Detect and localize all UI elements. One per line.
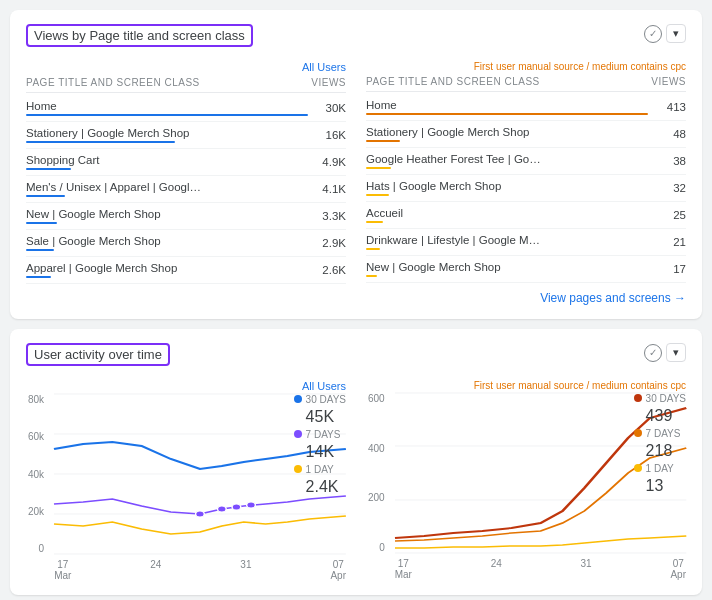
check-icon: ✓ (644, 25, 662, 43)
views-by-page-card: Views by Page title and screen class ✓ ▾… (10, 10, 702, 319)
val-7days-left: 14K (294, 444, 346, 460)
table-row: Hats | Google Merch Shop 32 (366, 175, 686, 202)
left-x-axis: 17Mar 24 31 07Apr (54, 559, 346, 581)
right-chart-legend: 30 DAYS 439 7 DAYS 218 1 DAY 13 (634, 393, 686, 494)
table-row: Home 30K (26, 95, 346, 122)
right-col-title: PAGE TITLE AND SCREEN CLASS (366, 76, 540, 87)
table-row: Shopping Cart 4.9K (26, 149, 346, 176)
card2-right-chart: First user manual source / medium contai… (366, 380, 686, 581)
legend-1day-right: 1 DAY (634, 463, 686, 474)
card2-header-controls: ✓ ▾ (644, 343, 686, 362)
card1-right-rows: Home 413 Stationery | Google Merch Shop … (366, 94, 686, 283)
card1-right-col: First user manual source / medium contai… (366, 61, 686, 305)
card1-left-header: PAGE TITLE AND SCREEN CLASS VIEWS (26, 77, 346, 93)
table-row: Stationery | Google Merch Shop 48 (366, 121, 686, 148)
legend-7days-left: 7 DAYS (294, 429, 346, 440)
card1-right-segment: First user manual source / medium contai… (366, 61, 686, 72)
table-row: Men's / Unisex | Apparel | Google Merch … (26, 176, 346, 203)
table-row: Apparel | Google Merch Shop 2.6K (26, 257, 346, 284)
card1-left-col: All Users PAGE TITLE AND SCREEN CLASS VI… (26, 61, 346, 305)
legend-7days-right: 7 DAYS (634, 428, 686, 439)
card2-left-segment: All Users (26, 380, 346, 392)
card1-header-controls: ✓ ▾ (644, 24, 686, 43)
table-row: Sale | Google Merch Shop 2.9K (26, 230, 346, 257)
dot-7days-right (634, 429, 642, 437)
legend-1day-left: 1 DAY (294, 464, 346, 475)
table-row: Stationery | Google Merch Shop 16K (26, 122, 346, 149)
table-row: New | Google Merch Shop 17 (366, 256, 686, 283)
card1-left-segment: All Users (26, 61, 346, 73)
card2-dropdown[interactable]: ▾ (666, 343, 686, 362)
val-7days-right: 218 (634, 443, 686, 459)
card2-right-segment: First user manual source / medium contai… (366, 380, 686, 391)
check-icon2: ✓ (644, 344, 662, 362)
dot-30days-right (634, 394, 642, 402)
val-30days-left: 45K (294, 409, 346, 425)
val-1day-left: 2.4K (294, 479, 346, 495)
card2-columns: All Users 80k 60k 40k 20k 0 30 DAY (26, 380, 686, 581)
legend-30days-right: 30 DAYS (634, 393, 686, 404)
right-col-views-header: VIEWS (651, 76, 686, 87)
table-row: Google Heather Forest Tee | Google Mer..… (366, 148, 686, 175)
table-row: Drinkware | Lifestyle | Google Merch Sho… (366, 229, 686, 256)
card1-dropdown[interactable]: ▾ (666, 24, 686, 43)
svg-point-6 (218, 506, 227, 512)
val-1day-right: 13 (634, 478, 686, 494)
card2-left-chart-area: 80k 60k 40k 20k 0 30 DAYS 45K (26, 394, 346, 581)
table-row: Home 413 (366, 94, 686, 121)
right-y-axis: 600 400 200 0 (366, 393, 387, 553)
dot-30days-left (294, 395, 302, 403)
user-activity-card: User activity over time ✓ ▾ All Users 80… (10, 329, 702, 595)
dot-7days-left (294, 430, 302, 438)
table-row: Accueil 25 (366, 202, 686, 229)
view-pages-link[interactable]: View pages and screens → (366, 291, 686, 305)
view-pages-anchor[interactable]: View pages and screens → (540, 291, 686, 305)
svg-point-7 (232, 504, 241, 510)
card1-columns: All Users PAGE TITLE AND SCREEN CLASS VI… (26, 61, 686, 305)
left-chart-svg-container: 30 DAYS 45K 7 DAYS 14K 1 DAY 2.4K (54, 394, 346, 581)
legend-30days-left: 30 DAYS (294, 394, 346, 405)
right-x-axis: 17Mar 24 31 07Apr (395, 558, 686, 580)
card1-title: Views by Page title and screen class (26, 24, 253, 47)
card1-left-rows: Home 30K Stationery | Google Merch Shop … (26, 95, 346, 284)
card2-title: User activity over time (26, 343, 170, 366)
left-col-title: PAGE TITLE AND SCREEN CLASS (26, 77, 200, 88)
card2-right-chart-area: 600 400 200 0 30 DAYS 439 (366, 393, 686, 580)
card1-right-header: PAGE TITLE AND SCREEN CLASS VIEWS (366, 76, 686, 92)
left-col-views-header: VIEWS (311, 77, 346, 88)
left-chart-legend: 30 DAYS 45K 7 DAYS 14K 1 DAY 2.4K (294, 394, 346, 495)
svg-point-5 (196, 511, 205, 517)
table-row: New | Google Merch Shop 3.3K (26, 203, 346, 230)
val-30days-right: 439 (634, 408, 686, 424)
card2-left-chart: All Users 80k 60k 40k 20k 0 30 DAY (26, 380, 346, 581)
dot-1day-left (294, 465, 302, 473)
left-y-axis: 80k 60k 40k 20k 0 (26, 394, 46, 554)
dot-1day-right (634, 464, 642, 472)
right-chart-svg-container: 30 DAYS 439 7 DAYS 218 1 DAY 13 (395, 393, 686, 580)
svg-point-8 (247, 502, 256, 508)
